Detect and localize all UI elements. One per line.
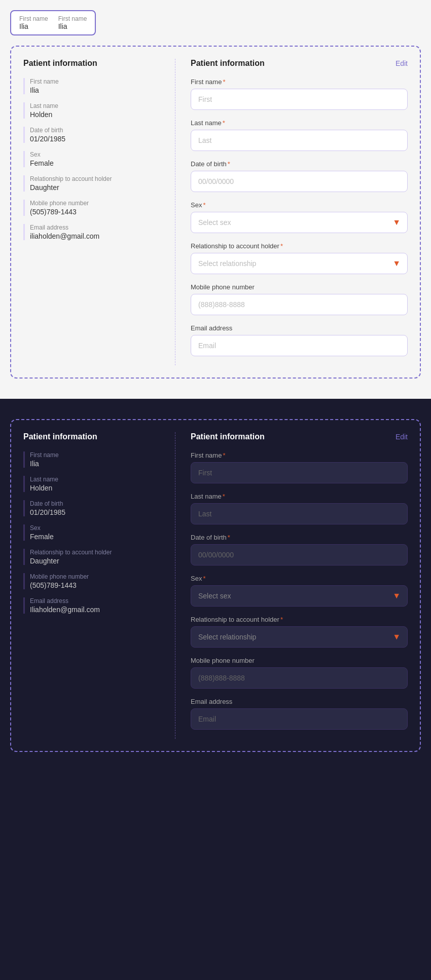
info-label-email: Email address [30,224,165,231]
required-star-dob: * [228,160,230,168]
dark-edit-link[interactable]: Edit [396,433,408,441]
badge-item-2: First name Ilia [58,15,87,30]
info-value-relationship: Daughter [30,183,165,192]
dark-dob-input[interactable] [191,544,408,566]
dark-form-label-firstname: First name* [191,451,408,459]
dark-info-value-firstname: Ilia [30,460,165,468]
info-value-lastname: Holden [30,110,165,119]
dark-required-star-sex: * [203,575,205,582]
dark-form-group-sex: Sex* Select sex Male Female Other ▼ [191,575,408,607]
form-group-sex: Sex* Select sex Male Female Other ▼ [191,201,408,233]
dark-left-panel-title: Patient information [23,432,165,441]
info-value-firstname: Ilia [30,86,165,94]
info-value-email: iliaholden@gmail.com [30,232,165,240]
form-group-lastname: Last name* [191,119,408,151]
phone-input[interactable] [191,294,408,315]
light-left-title-text: Patient information [23,59,97,68]
dark-phone-input[interactable] [191,667,408,689]
dark-card: Patient information First name Ilia Last… [10,419,421,752]
name-badge: First name Ilia First name Ilia [10,10,96,35]
dark-sex-select[interactable]: Select sex Male Female Other [191,585,408,607]
dark-info-value-lastname: Holden [30,484,165,492]
required-star-lastname: * [223,119,225,127]
light-card-left: Patient information First name Ilia Last… [23,59,175,365]
info-label-phone: Mobile phone number [30,200,165,207]
dark-info-row-dob: Date of birth 01/20/1985 [23,500,165,516]
dark-lastname-input[interactable] [191,503,408,524]
dark-right-title-text: Patient information [191,432,265,441]
dark-form-group-email: Email address [191,698,408,730]
firstname-input[interactable] [191,89,408,110]
email-input[interactable] [191,335,408,356]
form-label-sex: Sex* [191,201,408,209]
dark-info-label-dob: Date of birth [30,500,165,507]
relationship-select-wrapper: Select relationship Self Spouse Daughter… [191,253,408,274]
dark-info-value-sex: Female [30,533,165,541]
badge-item-1: First name Ilia [19,15,48,30]
dark-required-star-relationship: * [280,616,283,623]
required-star-relationship: * [280,242,283,250]
badge-value-2: Ilia [58,22,87,30]
dark-form-group-dob: Date of birth* [191,534,408,566]
dark-form-group-phone: Mobile phone number [191,657,408,689]
dark-info-row-phone: Mobile phone number (505)789-1443 [23,573,165,589]
dark-form-group-firstname: First name* [191,451,408,483]
form-group-relationship: Relationship to account holder* Select r… [191,242,408,274]
light-card-right: Patient information Edit First name* Las… [175,59,408,365]
dark-info-label-lastname: Last name [30,476,165,483]
dark-info-label-relationship: Relationship to account holder [30,549,165,556]
info-value-phone: (505)789-1443 [30,208,165,216]
dob-input[interactable] [191,171,408,192]
info-label-firstname: First name [30,78,165,85]
dark-info-value-email: Iliaholden@gmail.com [30,606,165,614]
dark-required-star-lastname: * [223,493,225,500]
form-group-email: Email address [191,324,408,356]
dark-card-right: Patient information Edit First name* Las… [175,432,408,739]
info-row-firstname: First name Ilia [23,78,165,94]
dark-relationship-select[interactable]: Select relationship Self Spouse Daughter… [191,626,408,648]
dark-required-star-firstname: * [223,451,225,459]
lastname-input[interactable] [191,130,408,151]
dark-info-row-lastname: Last name Holden [23,476,165,492]
required-star-firstname: * [223,78,225,86]
sex-select-wrapper: Select sex Male Female Other ▼ [191,212,408,233]
dark-email-input[interactable] [191,708,408,730]
info-label-relationship: Relationship to account holder [30,175,165,182]
dark-info-row-relationship: Relationship to account holder Daughter [23,549,165,565]
relationship-select[interactable]: Select relationship Self Spouse Daughter… [191,253,408,274]
light-card: Patient information First name Ilia Last… [10,46,421,379]
light-right-panel-title: Patient information Edit [191,59,408,68]
form-label-phone: Mobile phone number [191,283,408,291]
badge-value-1: Ilia [19,22,48,30]
dark-form-label-dob: Date of birth* [191,534,408,541]
dark-form-label-relationship: Relationship to account holder* [191,616,408,623]
dark-left-title-text: Patient information [23,432,97,441]
dark-firstname-input[interactable] [191,462,408,483]
dark-sex-select-wrapper: Select sex Male Female Other ▼ [191,585,408,607]
info-label-lastname: Last name [30,102,165,109]
dark-info-label-phone: Mobile phone number [30,573,165,580]
light-section: First name Ilia First name Ilia Patient … [0,0,431,399]
dark-info-value-relationship: Daughter [30,557,165,565]
dark-form-label-sex: Sex* [191,575,408,582]
sex-select[interactable]: Select sex Male Female Other [191,212,408,233]
dark-required-star-dob: * [228,534,230,541]
dark-section: Patient information First name Ilia Last… [0,399,431,772]
dark-info-row-firstname: First name Ilia [23,451,165,468]
badge-label-2: First name [58,15,87,22]
info-row-phone: Mobile phone number (505)789-1443 [23,200,165,216]
light-right-title-text: Patient information [191,59,265,68]
dark-form-label-lastname: Last name* [191,493,408,500]
light-left-panel-title: Patient information [23,59,165,68]
form-label-lastname: Last name* [191,119,408,127]
form-label-dob: Date of birth* [191,160,408,168]
info-row-relationship: Relationship to account holder Daughter [23,175,165,192]
light-edit-link[interactable]: Edit [396,59,408,67]
form-label-email: Email address [191,324,408,332]
dark-info-row-sex: Sex Female [23,524,165,541]
info-value-sex: Female [30,159,165,167]
form-group-phone: Mobile phone number [191,283,408,315]
form-label-relationship: Relationship to account holder* [191,242,408,250]
form-group-dob: Date of birth* [191,160,408,192]
info-row-dob: Date of birth 01/20/1985 [23,127,165,143]
